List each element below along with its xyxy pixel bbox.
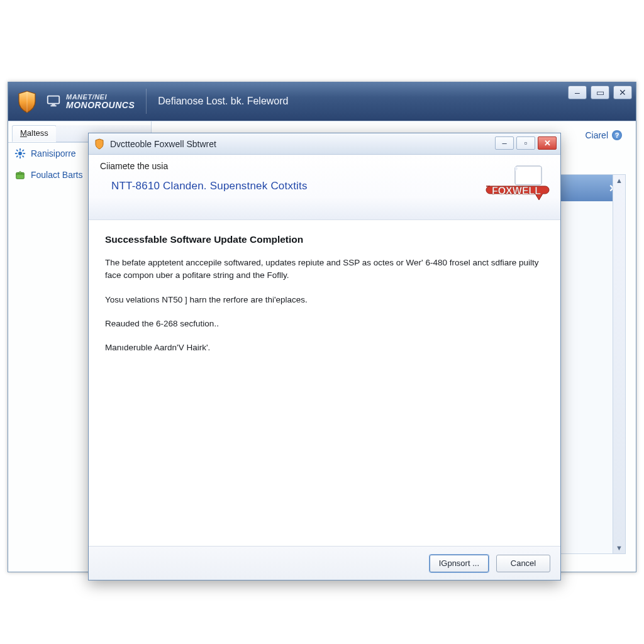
close-icon: ✕ <box>619 88 626 97</box>
sidebar-tab-label: M <box>20 128 27 138</box>
brand-line2: MONOROUNCS <box>66 100 135 110</box>
dialog-close-button[interactable]: ✕ <box>538 136 557 150</box>
maximize-icon: ▭ <box>596 88 604 97</box>
brand-monitor-icon <box>46 93 61 110</box>
svg-line-10 <box>23 150 24 151</box>
sidebar-tab[interactable]: Maltess <box>12 125 57 142</box>
svg-rect-0 <box>48 96 59 103</box>
dialog-header: Ciiamete the usia NTT-8610 Clanden. Supe… <box>89 155 560 220</box>
svg-line-11 <box>16 156 18 157</box>
dialog-paragraph: Yosu velations NT50 ] harn the rerfore a… <box>105 294 544 306</box>
dialog-primary-button[interactable]: IGpnsort ... <box>430 555 489 572</box>
svg-rect-13 <box>515 166 541 185</box>
dialog-paragraph: Reauded the 6-268 secfution.. <box>105 318 544 330</box>
close-button[interactable]: ✕ <box>613 86 632 99</box>
dialog-subheading: Ciiamete the usia <box>100 161 549 171</box>
minimize-button[interactable]: – <box>568 86 587 99</box>
brand-line1: MANET/NEI <box>66 93 107 101</box>
button-label: IGpnsort ... <box>439 558 479 568</box>
svg-rect-12 <box>16 172 25 179</box>
main-titlebar: MANET/NEI MONOROUNCS Defianose Lost. bk.… <box>8 82 636 121</box>
close-icon: ✕ <box>544 138 551 148</box>
titlebar-divider <box>146 89 147 114</box>
dialog-window-controls: – ▫ ✕ <box>495 136 557 150</box>
dialog-paragraph: Manıderuble Aardn'V Hairk'. <box>105 341 544 354</box>
right-panel-scrollbar[interactable]: ▲ ▼ <box>613 175 625 553</box>
maximize-button[interactable]: ▭ <box>591 86 609 99</box>
svg-line-9 <box>23 156 24 157</box>
dialog-body-heading: Successfable Software Update Completion <box>105 234 544 245</box>
app-shield-icon <box>14 89 40 114</box>
button-label: Cancel <box>511 558 536 568</box>
brand-text: MANET/NEI MONOROUNCS <box>66 93 135 109</box>
sidebar-item-label: Foulact Barts <box>31 170 82 180</box>
minimize-icon: – <box>575 88 580 97</box>
dialog-app-icon <box>94 138 105 150</box>
dialog-minimize-button[interactable]: – <box>495 136 514 150</box>
scroll-up-icon: ▲ <box>616 177 623 184</box>
dialog-maximize-button[interactable]: ▫ <box>516 136 535 150</box>
minimize-icon: – <box>502 138 506 148</box>
dialog-body: Successfable Software Update Completion … <box>89 220 560 546</box>
svg-rect-1 <box>52 104 55 105</box>
dialog-footer: IGpnsort ... Cancel <box>89 546 560 580</box>
package-icon <box>14 169 26 180</box>
logo-text: FOXWELL <box>492 186 541 196</box>
foxwell-logo-icon: FOXWELL <box>484 165 550 210</box>
help-link[interactable]: Ciarel ? <box>585 130 622 140</box>
scroll-down-icon: ▼ <box>616 544 623 552</box>
main-window-title: Defianose Lost. bk. Feleword <box>158 96 288 107</box>
update-dialog: Dvctteoble Foxwell Sbtwret – ▫ ✕ Ciiamet… <box>88 133 561 580</box>
help-icon: ? <box>612 130 622 140</box>
dialog-paragraph: The befate apptetent anccepile softwared… <box>105 257 544 282</box>
dialog-title: Dvctteoble Foxwell Sbtwret <box>110 139 216 149</box>
svg-rect-2 <box>50 105 56 106</box>
svg-line-8 <box>16 150 18 151</box>
svg-point-3 <box>18 152 22 155</box>
dialog-titlebar: Dvctteoble Foxwell Sbtwret – ▫ ✕ <box>89 133 560 155</box>
maximize-icon: ▫ <box>525 138 528 148</box>
window-controls: – ▭ ✕ <box>568 86 632 99</box>
dialog-cancel-button[interactable]: Cancel <box>496 555 550 572</box>
gear-icon <box>14 148 26 159</box>
help-label: Ciarel <box>585 130 608 140</box>
sidebar-item-label: Ranisiporre <box>31 148 76 158</box>
